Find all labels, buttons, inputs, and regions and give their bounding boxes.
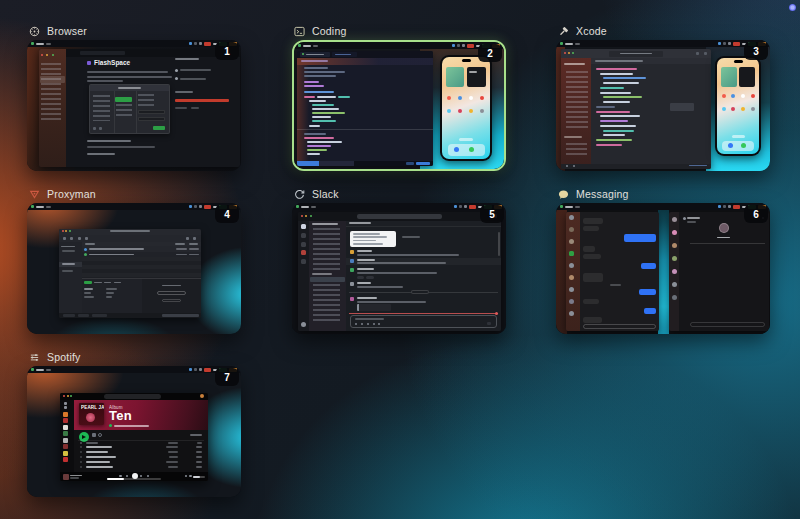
space-name: Messaging (576, 188, 629, 200)
spaces-overview: Browser 1 FlashSpace (0, 0, 800, 519)
chat-app-window (669, 212, 769, 331)
space-number-badge: 7 (215, 368, 239, 386)
compass-icon (29, 26, 40, 37)
space-number-badge: 3 (744, 42, 768, 60)
space-name: Browser (47, 25, 87, 37)
spotify-search-bar (104, 394, 160, 399)
space-browser: Browser 1 FlashSpace (27, 25, 241, 171)
browser-sidebar (39, 49, 66, 167)
dock (722, 141, 754, 152)
space-name: Proxyman (47, 188, 96, 200)
space-slack: Slack 5 (292, 188, 506, 334)
browser-desktop: FlashSpace (27, 47, 241, 171)
space-spotify: Spotify 7 (27, 351, 241, 497)
space-thumbnail-browser[interactable]: 1 FlashSpace (27, 40, 241, 171)
imessage-bubble (639, 289, 656, 295)
speech-bubble-icon (558, 189, 569, 200)
search-bar (357, 214, 442, 219)
space-proxyman: Proxyman 4 (27, 188, 241, 334)
cursor-indicator (789, 4, 796, 11)
space-thumbnail-xcode[interactable]: 3 (556, 40, 770, 171)
slack-desktop (292, 210, 506, 334)
selected-contact-avatar (569, 251, 574, 256)
album-art-text: PEARL JAM (81, 405, 104, 410)
spotify-library-rail (60, 400, 74, 472)
proxyman-logo-icon (29, 189, 40, 200)
proxyman-window (59, 229, 201, 318)
conversation-rail (566, 212, 580, 331)
editor-status-bar (297, 161, 432, 166)
space-number-badge: 1 (215, 42, 239, 60)
imessage-bubble (624, 234, 656, 241)
slack-main (346, 221, 501, 331)
page-title: FlashSpace (94, 59, 130, 66)
imessage-bubble (644, 308, 656, 314)
imessage-input (583, 324, 656, 329)
player-bar (60, 472, 208, 481)
space-thumbnail-slack[interactable]: 5 (292, 203, 506, 334)
page-right-panel (175, 56, 237, 163)
menu-bar (27, 366, 241, 373)
chat-area (580, 212, 659, 331)
map-widget (446, 67, 464, 87)
volume-bar (193, 476, 205, 478)
method-badge (84, 281, 92, 284)
xcode-window (561, 49, 711, 169)
menu-bar (556, 40, 770, 47)
xcode-navigator (561, 58, 591, 163)
workspace-rail (298, 221, 308, 331)
menu-bar (27, 40, 241, 47)
space-number-badge: 6 (744, 205, 768, 223)
slack-window (298, 212, 500, 330)
slack-top-bar (298, 212, 500, 220)
dark-widget (739, 67, 755, 86)
proxyman-sidebar (59, 242, 82, 313)
detail-empty-pane (142, 279, 202, 313)
code-editor-window (297, 51, 432, 166)
space-label-xcode: Xcode (556, 25, 770, 37)
album-title: Ten (109, 408, 132, 423)
coding-desktop (294, 49, 504, 169)
space-name: Spotify (47, 351, 81, 363)
code-snippet-block (350, 231, 396, 248)
terminal-icon (294, 26, 305, 37)
space-thumbnail-coding[interactable]: 2 (292, 40, 506, 171)
space-number-badge: 2 (478, 44, 502, 62)
dynamic-island (734, 60, 743, 63)
xcode-editor (591, 58, 711, 163)
settings-panel-screenshot (89, 84, 169, 134)
chat-content (679, 212, 769, 331)
space-number-badge: 5 (480, 205, 504, 223)
menu-bar (292, 203, 506, 210)
space-thumbnail-proxyman[interactable]: 4 (27, 203, 241, 334)
xcode-desktop (556, 47, 770, 171)
space-thumbnail-messaging[interactable]: 6 (556, 203, 770, 334)
messages-window (566, 212, 659, 331)
menu-bar (294, 42, 504, 49)
iphone-simulator (440, 55, 493, 161)
album-header: PEARL JAM Album Ten (74, 400, 208, 430)
space-thumbnail-spotify[interactable]: 7 (27, 366, 241, 497)
spotify-window: PEARL JAM Album Ten (60, 393, 208, 481)
album-art: PEARL JAM (79, 403, 104, 425)
attachment-box (357, 304, 391, 311)
spotify-main: PEARL JAM Album Ten (74, 400, 208, 472)
dock (448, 144, 485, 155)
browser-window: FlashSpace (39, 49, 240, 167)
spotify-top-bar (60, 393, 208, 400)
chat-contacts-rail (669, 212, 679, 331)
selected-workspace-item (115, 97, 132, 102)
dynamic-island (462, 59, 471, 62)
progress-bar (107, 478, 160, 480)
space-label-proxyman: Proxyman (27, 188, 241, 200)
space-label-slack: Slack (292, 188, 506, 200)
iphone-simulator (715, 56, 761, 156)
space-coding: Coding 2 (292, 25, 506, 171)
space-label-browser: Browser (27, 25, 241, 37)
chat-input (690, 322, 765, 327)
hammer-icon (558, 26, 569, 37)
dark-widget (467, 67, 485, 87)
map-widget (721, 67, 737, 86)
messaging-desktop (556, 210, 770, 334)
space-name: Xcode (576, 25, 607, 37)
